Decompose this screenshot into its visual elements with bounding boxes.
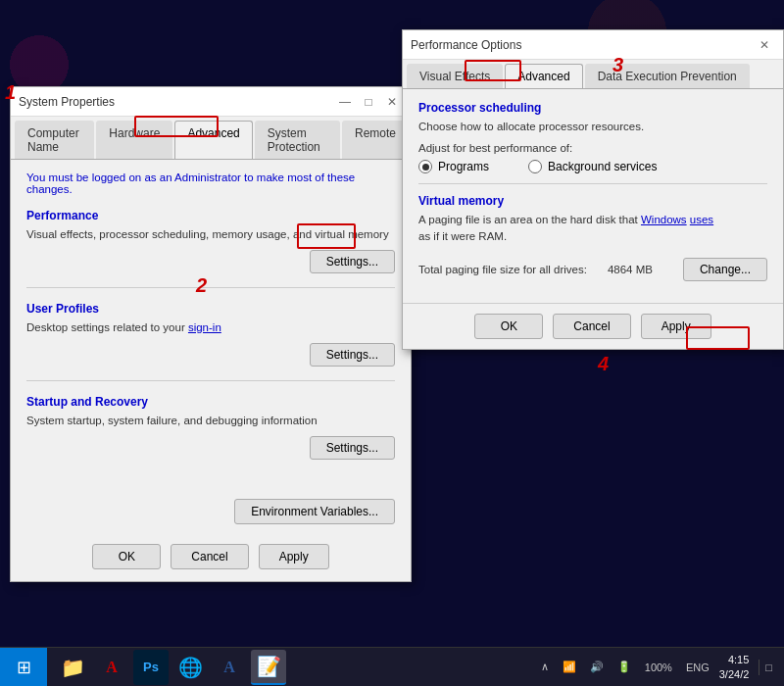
tab-hardware[interactable]: Hardware (96, 121, 172, 159)
radio-background-label: Background services (548, 160, 657, 173)
radio-background-circle (528, 160, 542, 173)
performance-bottom-buttons: OK Cancel Apply (403, 303, 783, 349)
startup-recovery-section: Startup and Recovery System startup, sys… (26, 395, 395, 473)
radio-programs[interactable]: Programs (418, 160, 489, 173)
ok-button[interactable]: OK (92, 544, 161, 569)
date-display: 3/24/2 (719, 667, 750, 681)
start-button[interactable]: ⊞ (0, 648, 47, 687)
virtual-memory-desc-part2: as if it were RAM. (418, 230, 507, 242)
performance-options-content: Processor scheduling Choose how to alloc… (403, 89, 783, 293)
maximize-button[interactable]: □ (358, 91, 379, 113)
performance-settings-row: Settings... (26, 250, 395, 273)
user-profiles-desc: Desktop settings related to your sign-in (26, 319, 395, 335)
minimize-button[interactable]: — (334, 91, 356, 113)
admin-warning: You must be logged on as an Administrato… (26, 172, 395, 195)
startup-recovery-settings-button[interactable]: Settings... (310, 436, 395, 460)
taskbar-icon-notepad[interactable]: 📝 (251, 650, 286, 685)
window-controls: — □ ✕ (334, 91, 403, 113)
performance-settings-button[interactable]: Settings... (310, 250, 395, 273)
tab-advanced[interactable]: Advanced (174, 121, 252, 159)
user-profiles-title: User Profiles (26, 302, 395, 316)
taskbar-icon-folder[interactable]: 📁 (55, 650, 90, 685)
virtual-memory-title: Virtual memory (418, 194, 767, 208)
label-1: 1 (5, 81, 16, 104)
performance-desc: Visual effects, processor scheduling, me… (26, 226, 395, 242)
startup-recovery-settings-row: Settings... (26, 436, 395, 460)
system-properties-bottom-buttons: OK Cancel Apply (11, 532, 411, 581)
battery-indicator[interactable]: 🔋 (613, 659, 635, 675)
tray-show-hidden[interactable]: ∧ (537, 659, 553, 675)
paging-file-row: Total paging file size for all drives: 4… (418, 258, 767, 281)
uses-link: uses (690, 214, 713, 225)
performance-title: Performance (26, 209, 395, 222)
taskbar: ⊞ 📁 A Ps 🌐 A 📝 ∧ 📶 🔊 🔋 100% ENG 4:15 3/2… (0, 647, 784, 686)
perf-window-controls: ✕ (754, 34, 775, 56)
radio-programs-circle (418, 160, 432, 173)
taskbar-right: ∧ 📶 🔊 🔋 100% ENG 4:15 3/24/2 □ (529, 653, 784, 681)
system-properties-content: You must be logged on as an Administrato… (11, 160, 411, 499)
tab-remote[interactable]: Remote (342, 121, 409, 159)
perf-ok-button[interactable]: OK (474, 314, 543, 339)
startup-recovery-title: Startup and Recovery (26, 395, 395, 409)
tab-system-protection[interactable]: System Protection (255, 121, 340, 159)
radio-programs-label: Programs (438, 160, 489, 173)
time-display: 4:15 (719, 653, 750, 666)
label-2: 2 (196, 274, 207, 297)
env-variables-row: Environment Variables... (11, 499, 411, 524)
system-properties-titlebar: System Properties — □ ✕ (11, 87, 411, 117)
apply-button[interactable]: Apply (259, 544, 329, 569)
perf-close-button[interactable]: ✕ (754, 34, 775, 56)
performance-section: Performance Visual effects, processor sc… (26, 209, 395, 288)
tray-volume[interactable]: 🔊 (586, 659, 608, 675)
user-profiles-settings-row: Settings... (26, 343, 395, 367)
processor-scheduling-desc: Choose how to allocate processor resourc… (418, 119, 767, 134)
paging-file-label: Total paging file size for all drives: (418, 264, 587, 275)
desktop: 1 2 3 4 System Properties — □ ✕ Computer… (0, 0, 784, 686)
virtual-memory-desc-part1: A paging file is an area on the hard dis… (418, 214, 713, 225)
user-profiles-settings-button[interactable]: Settings... (310, 343, 395, 367)
performance-options-tabs: Visual Effects Advanced Data Execution P… (403, 60, 783, 89)
taskbar-icon-acrobat[interactable]: A (94, 650, 129, 685)
system-properties-title: System Properties (19, 95, 115, 109)
cancel-button[interactable]: Cancel (171, 544, 248, 569)
system-properties-window: System Properties — □ ✕ Computer Name Ha… (10, 86, 412, 582)
label-3: 3 (612, 54, 623, 76)
tab-perf-advanced[interactable]: Advanced (505, 64, 582, 88)
processor-scheduling-title: Processor scheduling (418, 101, 767, 115)
show-desktop-button[interactable]: □ (759, 660, 776, 675)
separator-1 (418, 183, 767, 184)
performance-options-titlebar: Performance Options ✕ (403, 30, 783, 60)
virtual-memory-desc: A paging file is an area on the hard dis… (418, 212, 767, 246)
startup-recovery-desc: System startup, system failure, and debu… (26, 413, 395, 428)
taskbar-icons: 📁 A Ps 🌐 A 📝 (47, 650, 529, 685)
tab-computer-name[interactable]: Computer Name (15, 121, 94, 159)
tray-network[interactable]: 📶 (559, 659, 580, 675)
tab-data-execution[interactable]: Data Execution Prevention (585, 64, 750, 88)
zoom-level: 100% (641, 660, 676, 675)
label-4: 4 (598, 353, 609, 375)
paging-file-value: 4864 MB (608, 264, 653, 275)
performance-options-title: Performance Options (411, 38, 521, 52)
taskbar-icon-word[interactable]: A (212, 650, 247, 685)
taskbar-icon-photoshop[interactable]: Ps (133, 650, 169, 685)
environment-variables-button[interactable]: Environment Variables... (234, 499, 395, 524)
close-button[interactable]: ✕ (381, 91, 403, 113)
taskbar-time[interactable]: 4:15 3/24/2 (719, 653, 750, 681)
language-indicator[interactable]: ENG (682, 660, 713, 675)
radio-background[interactable]: Background services (528, 160, 657, 173)
perf-apply-button[interactable]: Apply (641, 314, 711, 339)
performance-options-window: Performance Options ✕ Visual Effects Adv… (402, 29, 784, 350)
user-profiles-section: User Profiles Desktop settings related t… (26, 302, 395, 381)
sign-in-link[interactable]: sign-in (188, 321, 221, 333)
tab-visual-effects[interactable]: Visual Effects (407, 64, 503, 88)
adjust-label: Adjust for best performance of: (418, 142, 767, 154)
system-properties-tabs: Computer Name Hardware Advanced System P… (11, 117, 411, 160)
taskbar-icon-chrome[interactable]: 🌐 (172, 650, 208, 685)
perf-cancel-button[interactable]: Cancel (553, 314, 630, 339)
radio-group: Programs Background services (418, 160, 767, 173)
change-button[interactable]: Change... (683, 258, 767, 281)
windows-link: Windows (641, 214, 687, 225)
